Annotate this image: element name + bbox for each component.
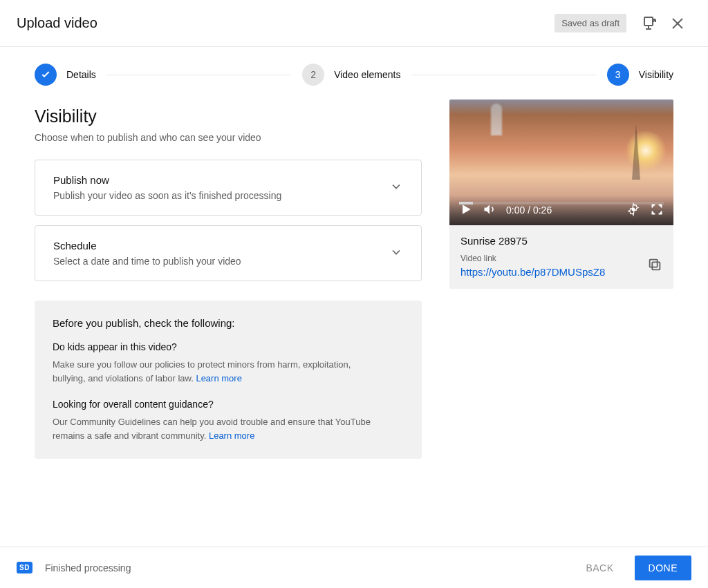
publish-now-card[interactable]: Publish now Publish your video as soon a…: [35, 160, 422, 216]
close-icon[interactable]: [664, 10, 691, 37]
step-details[interactable]: Details: [35, 64, 96, 86]
infobox-question-kids: Do kids appear in this video?: [53, 341, 404, 352]
page-subtitle: Choose when to publish and who can see y…: [35, 132, 422, 143]
schedule-title: Schedule: [53, 240, 389, 252]
publish-now-desc: Publish your video as soon as it's finis…: [53, 190, 389, 201]
copy-link-icon[interactable]: [647, 257, 662, 275]
svg-point-1: [632, 207, 635, 211]
svg-rect-3: [650, 259, 658, 267]
chevron-down-icon: [389, 245, 403, 262]
step-video-elements-label: Video elements: [334, 69, 400, 80]
upload-stepper: Details 2 Video elements 3 Visibility: [0, 47, 708, 99]
back-button[interactable]: BACK: [577, 557, 622, 579]
step-connector: [107, 75, 291, 75]
svg-rect-2: [652, 262, 660, 269]
dialog-header: Upload video Saved as draft: [0, 0, 708, 47]
step-video-elements[interactable]: 2 Video elements: [302, 64, 400, 86]
processing-status: Finished processing: [45, 562, 131, 573]
step-details-label: Details: [66, 69, 96, 80]
video-link-label: Video link: [460, 254, 647, 263]
chevron-down-icon: [389, 180, 403, 196]
infobox-question-guidance: Looking for overall content guidance?: [53, 399, 404, 410]
learn-more-guidance-link[interactable]: Learn more: [209, 430, 254, 441]
step-visibility-circle: 3: [607, 64, 629, 86]
infobox-paragraph-kids: Make sure you follow our policies to pro…: [53, 358, 371, 385]
play-icon[interactable]: [459, 202, 473, 218]
video-time-text: 0:00 / 0:26: [506, 205, 552, 216]
video-title: Sunrise 28975: [449, 225, 673, 249]
video-preview-card: 0:00 / 0:26 Sunrise 28975 Video link htt…: [449, 99, 673, 289]
page-title: Visibility: [35, 106, 422, 126]
infobox-title: Before you publish, check the following:: [53, 317, 404, 329]
schedule-card[interactable]: Schedule Select a date and time to publi…: [35, 225, 422, 281]
step-connector: [411, 75, 595, 75]
pre-publish-infobox: Before you publish, check the following:…: [35, 301, 422, 459]
settings-icon[interactable]: [626, 202, 640, 218]
step-video-elements-circle: 2: [302, 64, 324, 86]
schedule-desc: Select a date and time to publish your v…: [53, 256, 389, 267]
done-button[interactable]: DONE: [635, 556, 691, 580]
sd-badge: SD: [17, 562, 32, 573]
save-status-badge: Saved as draft: [555, 14, 626, 32]
infobox-paragraph-guidance: Our Community Guidelines can help you av…: [53, 415, 371, 442]
dialog-title: Upload video: [17, 15, 555, 31]
svg-rect-0: [644, 17, 653, 26]
step-visibility-label: Visibility: [639, 69, 673, 80]
feedback-icon[interactable]: [636, 10, 664, 37]
volume-icon[interactable]: [483, 202, 496, 218]
dialog-footer: SD Finished processing BACK DONE: [0, 547, 708, 588]
step-visibility[interactable]: 3 Visibility: [607, 64, 673, 86]
step-details-circle: [35, 64, 57, 86]
learn-more-kids-link[interactable]: Learn more: [196, 373, 241, 383]
fullscreen-icon[interactable]: [650, 202, 664, 218]
video-link[interactable]: https://youtu.be/p87DMUSpsZ8: [460, 266, 647, 278]
video-thumbnail[interactable]: 0:00 / 0:26: [449, 99, 673, 225]
publish-now-title: Publish now: [53, 174, 389, 186]
